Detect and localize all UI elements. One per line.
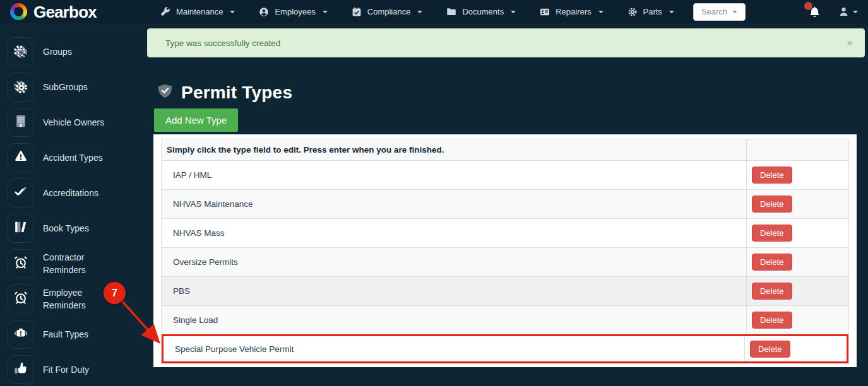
- id-card-icon: [540, 7, 550, 17]
- subgroup-gears-icon: [13, 79, 29, 95]
- alert-message: Type was successfully created: [165, 38, 280, 48]
- gear-icon: [627, 7, 638, 17]
- notification-badge: [804, 2, 812, 10]
- permit-type-row-highlighted: Special Purpose Vehicle Permit Delete: [162, 334, 848, 363]
- permit-type-row: Oversize Permits Delete: [162, 247, 848, 276]
- app-window: Gearbox Maintenance Employees Compliance…: [0, 0, 868, 386]
- permit-types-panel: Simply click the type field to edit. Pre…: [153, 134, 857, 367]
- sidebar-icon-box: [8, 143, 34, 172]
- alert-close-button[interactable]: ×: [847, 38, 853, 49]
- sidebar-icon-box: [8, 73, 34, 102]
- chevron-down-icon: [853, 11, 858, 13]
- sidebar-item-label: Fit For Duty: [43, 363, 89, 376]
- sidebar-item-vehicle-owners[interactable]: Vehicle Owners: [0, 105, 145, 140]
- permit-type-field[interactable]: Oversize Permits: [162, 248, 746, 276]
- sidebar-icon-box: [8, 249, 34, 278]
- delete-button[interactable]: Delete: [752, 254, 792, 271]
- sidebar-item-label: SubGroups: [43, 81, 88, 93]
- row-action-cell: Delete: [746, 306, 848, 334]
- row-action-cell: Delete: [746, 248, 848, 276]
- person-circle-icon: [259, 7, 269, 17]
- notifications-button[interactable]: [809, 6, 821, 18]
- delete-button[interactable]: Delete: [752, 225, 792, 242]
- delete-button[interactable]: Delete: [752, 283, 792, 300]
- chevron-down-icon: [323, 11, 328, 13]
- search-button[interactable]: Search: [693, 3, 746, 21]
- brand-name: Gearbox: [33, 4, 97, 20]
- nav-label-documents: Documents: [462, 7, 504, 16]
- delete-button[interactable]: Delete: [752, 167, 792, 184]
- primary-nav: Maintenance Employees Compliance Documen…: [145, 7, 674, 17]
- sidebar-item-fault-types[interactable]: Fault Types: [0, 317, 145, 352]
- permit-type-field[interactable]: IAP / HML: [162, 161, 746, 189]
- chevron-down-icon: [598, 11, 603, 13]
- gearbox-logo-icon: [10, 3, 27, 20]
- row-action-cell: Delete: [746, 277, 848, 305]
- permit-type-row: IAP / HML Delete: [162, 160, 848, 189]
- permit-type-row: NHVAS Maintenance Delete: [162, 189, 848, 218]
- table-header-row: Simply click the type field to edit. Pre…: [162, 139, 848, 160]
- permit-type-field[interactable]: Special Purpose Vehicle Permit: [163, 336, 744, 361]
- sidebar-item-label: Employee Reminders: [43, 286, 114, 312]
- user-menu-button[interactable]: [838, 6, 858, 17]
- nav-item-compliance[interactable]: Compliance: [352, 7, 423, 17]
- sidebar-item-label: Fault Types: [43, 328, 88, 341]
- sidebar-item-book-types[interactable]: Book Types: [0, 211, 145, 246]
- permit-type-row: PBS Delete: [162, 276, 848, 305]
- wrench-icon: [160, 7, 170, 17]
- double-check-icon: [14, 185, 28, 201]
- nav-label-parts: Parts: [643, 7, 662, 16]
- user-icon: [838, 6, 849, 17]
- sidebar-item-subgroups[interactable]: SubGroups: [0, 69, 145, 105]
- books-icon: [14, 220, 28, 237]
- row-action-cell: Delete: [744, 336, 847, 361]
- add-new-type-button[interactable]: Add New Type: [154, 108, 238, 132]
- nav-label-repairers: Repairers: [556, 7, 591, 16]
- sidebar-item-accreditations[interactable]: Accreditations: [0, 175, 145, 211]
- thumbs-up-icon: [14, 361, 28, 378]
- chevron-down-icon: [669, 11, 674, 13]
- nav-item-maintenance[interactable]: Maintenance: [160, 7, 235, 17]
- nav-item-parts[interactable]: Parts: [627, 7, 674, 17]
- delete-button[interactable]: Delete: [752, 312, 792, 329]
- permit-type-field[interactable]: Single Load: [162, 306, 746, 334]
- sidebar-item-groups[interactable]: Groups: [0, 34, 145, 69]
- nav-label-employees: Employees: [275, 7, 315, 16]
- shield-check-icon: [157, 83, 174, 102]
- sidebar-item-contractor-reminders[interactable]: Contractor Reminders: [0, 246, 145, 281]
- permit-type-row: Single Load Delete: [162, 305, 848, 334]
- engine-warning-icon: [14, 326, 28, 342]
- sidebar-item-label: Contractor Reminders: [43, 251, 114, 276]
- folder-icon: [446, 7, 456, 17]
- nav-label-compliance: Compliance: [367, 7, 411, 16]
- chevron-down-icon: [417, 11, 422, 13]
- nav-label-maintenance: Maintenance: [176, 7, 223, 16]
- nav-item-repairers[interactable]: Repairers: [540, 7, 603, 17]
- permit-type-field[interactable]: NHVAS Maintenance: [162, 190, 746, 218]
- group-gears-icon: [13, 44, 29, 59]
- building-icon: [14, 114, 28, 131]
- sidebar-item-accident-types[interactable]: Accident Types: [0, 140, 145, 175]
- brand-logo[interactable]: Gearbox: [0, 3, 145, 20]
- delete-button[interactable]: Delete: [752, 196, 792, 213]
- permit-types-table: Simply click the type field to edit. Pre…: [161, 139, 849, 364]
- table-instruction: Simply click the type field to edit. Pre…: [162, 139, 746, 160]
- nav-item-employees[interactable]: Employees: [259, 7, 327, 17]
- success-alert: Type was successfully created ×: [147, 28, 865, 57]
- sidebar-item-label: Accident Types: [43, 151, 103, 164]
- sidebar-item-fit-for-duty[interactable]: Fit For Duty: [0, 352, 145, 386]
- row-action-cell: Delete: [746, 219, 848, 247]
- sidebar-icon-box: [8, 37, 34, 66]
- delete-button[interactable]: Delete: [750, 341, 790, 358]
- permit-type-field[interactable]: NHVAS Mass: [162, 219, 746, 247]
- table-body: IAP / HML Delete NHVAS Maintenance Delet…: [162, 160, 848, 363]
- sidebar-item-label: Accreditations: [43, 187, 98, 199]
- row-action-cell: Delete: [746, 161, 848, 189]
- nav-item-documents[interactable]: Documents: [446, 7, 516, 17]
- sidebar-icon-box: [8, 108, 34, 137]
- topbar-right-cluster: [809, 6, 868, 18]
- annotation-step-badge: 7: [104, 282, 126, 304]
- permit-type-field[interactable]: PBS: [162, 277, 746, 305]
- chevron-down-icon: [732, 11, 737, 13]
- sidebar-item-label: Vehicle Owners: [43, 116, 104, 129]
